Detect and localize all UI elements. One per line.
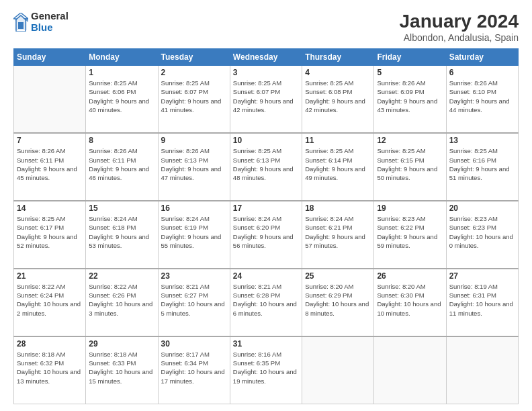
day-number: 15 bbox=[89, 203, 154, 213]
day-info: Sunrise: 8:25 AMSunset: 6:15 PMDaylight:… bbox=[377, 146, 443, 182]
calendar-cell: 12Sunrise: 8:25 AMSunset: 6:15 PMDayligh… bbox=[374, 133, 446, 201]
day-number: 29 bbox=[89, 339, 154, 349]
calendar-cell: 7Sunrise: 8:26 AMSunset: 6:11 PMDaylight… bbox=[14, 133, 86, 201]
day-header-monday: Monday bbox=[86, 49, 158, 66]
day-number: 17 bbox=[233, 203, 299, 213]
calendar-cell: 27Sunrise: 8:19 AMSunset: 6:31 PMDayligh… bbox=[446, 269, 518, 336]
calendar-week-row: 7Sunrise: 8:26 AMSunset: 6:11 PMDaylight… bbox=[14, 133, 519, 201]
logo: General Blue bbox=[13, 11, 69, 33]
day-info: Sunrise: 8:25 AMSunset: 6:06 PMDaylight:… bbox=[89, 79, 154, 114]
day-info: Sunrise: 8:22 AMSunset: 6:24 PMDaylight:… bbox=[17, 282, 83, 318]
day-info: Sunrise: 8:25 AMSunset: 6:07 PMDaylight:… bbox=[161, 79, 227, 114]
day-number: 31 bbox=[233, 339, 299, 349]
calendar-cell: 15Sunrise: 8:24 AMSunset: 6:18 PMDayligh… bbox=[86, 201, 158, 269]
day-info: Sunrise: 8:24 AMSunset: 6:21 PMDaylight:… bbox=[305, 214, 371, 250]
location: Albondon, Andalusia, Spain bbox=[400, 32, 519, 43]
day-info: Sunrise: 8:24 AMSunset: 6:19 PMDaylight:… bbox=[161, 214, 227, 250]
day-info: Sunrise: 8:23 AMSunset: 6:22 PMDaylight:… bbox=[377, 214, 443, 250]
day-info: Sunrise: 8:26 AMSunset: 6:13 PMDaylight:… bbox=[161, 146, 227, 182]
calendar-cell: 4Sunrise: 8:25 AMSunset: 6:08 PMDaylight… bbox=[302, 66, 374, 134]
svg-rect-3 bbox=[18, 22, 24, 29]
day-info: Sunrise: 8:18 AMSunset: 6:32 PMDaylight:… bbox=[17, 350, 83, 385]
day-number: 26 bbox=[377, 271, 443, 281]
day-header-friday: Friday bbox=[374, 49, 446, 66]
day-info: Sunrise: 8:25 AMSunset: 6:08 PMDaylight:… bbox=[305, 79, 371, 114]
day-number: 19 bbox=[377, 203, 443, 213]
day-info: Sunrise: 8:25 AMSunset: 6:17 PMDaylight:… bbox=[17, 214, 83, 250]
calendar-cell: 21Sunrise: 8:22 AMSunset: 6:24 PMDayligh… bbox=[14, 269, 86, 336]
calendar-cell: 25Sunrise: 8:20 AMSunset: 6:29 PMDayligh… bbox=[302, 269, 374, 336]
calendar-week-row: 1Sunrise: 8:25 AMSunset: 6:06 PMDaylight… bbox=[14, 66, 519, 134]
day-info: Sunrise: 8:18 AMSunset: 6:33 PMDaylight:… bbox=[89, 350, 154, 385]
day-number: 20 bbox=[449, 203, 515, 213]
logo-blue: Blue bbox=[31, 22, 69, 34]
day-info: Sunrise: 8:26 AMSunset: 6:11 PMDaylight:… bbox=[17, 146, 83, 182]
day-info: Sunrise: 8:25 AMSunset: 6:16 PMDaylight:… bbox=[449, 146, 515, 182]
calendar-cell bbox=[14, 66, 86, 134]
day-number: 18 bbox=[305, 203, 371, 213]
logo-text: General Blue bbox=[31, 11, 69, 33]
calendar-cell bbox=[374, 336, 446, 404]
calendar-week-row: 14Sunrise: 8:25 AMSunset: 6:17 PMDayligh… bbox=[14, 201, 519, 269]
month-year: January 2024 bbox=[400, 11, 519, 32]
logo-general: General bbox=[31, 11, 69, 22]
day-info: Sunrise: 8:25 AMSunset: 6:13 PMDaylight:… bbox=[233, 146, 299, 182]
calendar-table: SundayMondayTuesdayWednesdayThursdayFrid… bbox=[13, 48, 519, 404]
calendar-cell: 16Sunrise: 8:24 AMSunset: 6:19 PMDayligh… bbox=[158, 201, 230, 269]
calendar-cell: 20Sunrise: 8:23 AMSunset: 6:23 PMDayligh… bbox=[446, 201, 518, 269]
day-info: Sunrise: 8:20 AMSunset: 6:30 PMDaylight:… bbox=[377, 282, 443, 318]
day-number: 25 bbox=[305, 271, 371, 281]
calendar-cell: 30Sunrise: 8:17 AMSunset: 6:34 PMDayligh… bbox=[158, 336, 230, 404]
day-number: 27 bbox=[449, 271, 515, 281]
day-number: 5 bbox=[377, 68, 443, 77]
day-info: Sunrise: 8:25 AMSunset: 6:14 PMDaylight:… bbox=[305, 146, 371, 182]
calendar-cell: 14Sunrise: 8:25 AMSunset: 6:17 PMDayligh… bbox=[14, 201, 86, 269]
calendar-cell: 28Sunrise: 8:18 AMSunset: 6:32 PMDayligh… bbox=[14, 336, 86, 404]
day-info: Sunrise: 8:21 AMSunset: 6:27 PMDaylight:… bbox=[161, 282, 227, 318]
calendar-cell: 18Sunrise: 8:24 AMSunset: 6:21 PMDayligh… bbox=[302, 201, 374, 269]
day-info: Sunrise: 8:24 AMSunset: 6:20 PMDaylight:… bbox=[233, 214, 299, 250]
calendar-cell: 13Sunrise: 8:25 AMSunset: 6:16 PMDayligh… bbox=[446, 133, 518, 201]
day-header-sunday: Sunday bbox=[14, 49, 86, 66]
day-info: Sunrise: 8:26 AMSunset: 6:09 PMDaylight:… bbox=[377, 79, 443, 114]
calendar-cell: 8Sunrise: 8:26 AMSunset: 6:11 PMDaylight… bbox=[86, 133, 158, 201]
calendar-header-row: SundayMondayTuesdayWednesdayThursdayFrid… bbox=[14, 49, 519, 66]
day-info: Sunrise: 8:21 AMSunset: 6:28 PMDaylight:… bbox=[233, 282, 299, 318]
calendar-cell: 9Sunrise: 8:26 AMSunset: 6:13 PMDaylight… bbox=[158, 133, 230, 201]
day-info: Sunrise: 8:16 AMSunset: 6:35 PMDaylight:… bbox=[233, 350, 299, 385]
day-info: Sunrise: 8:25 AMSunset: 6:07 PMDaylight:… bbox=[233, 79, 299, 114]
day-info: Sunrise: 8:26 AMSunset: 6:11 PMDaylight:… bbox=[89, 146, 154, 182]
day-number: 24 bbox=[233, 271, 299, 281]
day-number: 9 bbox=[161, 136, 227, 145]
day-header-tuesday: Tuesday bbox=[158, 49, 230, 66]
day-number: 2 bbox=[161, 68, 227, 77]
logo-icon bbox=[13, 13, 28, 32]
calendar-cell: 11Sunrise: 8:25 AMSunset: 6:14 PMDayligh… bbox=[302, 133, 374, 201]
calendar-week-row: 28Sunrise: 8:18 AMSunset: 6:32 PMDayligh… bbox=[14, 336, 519, 404]
calendar-cell bbox=[446, 336, 518, 404]
calendar-cell: 3Sunrise: 8:25 AMSunset: 6:07 PMDaylight… bbox=[230, 66, 302, 134]
calendar-cell: 24Sunrise: 8:21 AMSunset: 6:28 PMDayligh… bbox=[230, 269, 302, 336]
day-header-thursday: Thursday bbox=[302, 49, 374, 66]
day-info: Sunrise: 8:19 AMSunset: 6:31 PMDaylight:… bbox=[449, 282, 515, 318]
calendar-cell: 2Sunrise: 8:25 AMSunset: 6:07 PMDaylight… bbox=[158, 66, 230, 134]
day-number: 12 bbox=[377, 136, 443, 145]
day-number: 11 bbox=[305, 136, 371, 145]
day-info: Sunrise: 8:23 AMSunset: 6:23 PMDaylight:… bbox=[449, 214, 515, 250]
day-number: 30 bbox=[161, 339, 227, 349]
day-number: 10 bbox=[233, 136, 299, 145]
day-number: 6 bbox=[449, 68, 515, 77]
day-number: 1 bbox=[89, 68, 154, 77]
calendar-cell: 22Sunrise: 8:22 AMSunset: 6:26 PMDayligh… bbox=[86, 269, 158, 336]
calendar-cell: 29Sunrise: 8:18 AMSunset: 6:33 PMDayligh… bbox=[86, 336, 158, 404]
day-info: Sunrise: 8:20 AMSunset: 6:29 PMDaylight:… bbox=[305, 282, 371, 318]
day-number: 16 bbox=[161, 203, 227, 213]
title-block: January 2024 Albondon, Andalusia, Spain bbox=[400, 11, 519, 43]
day-info: Sunrise: 8:26 AMSunset: 6:10 PMDaylight:… bbox=[449, 79, 515, 114]
day-number: 21 bbox=[17, 271, 83, 281]
day-header-saturday: Saturday bbox=[446, 49, 518, 66]
calendar-cell: 31Sunrise: 8:16 AMSunset: 6:35 PMDayligh… bbox=[230, 336, 302, 404]
day-info: Sunrise: 8:22 AMSunset: 6:26 PMDaylight:… bbox=[89, 282, 154, 318]
calendar-cell: 6Sunrise: 8:26 AMSunset: 6:10 PMDaylight… bbox=[446, 66, 518, 134]
calendar-cell bbox=[302, 336, 374, 404]
